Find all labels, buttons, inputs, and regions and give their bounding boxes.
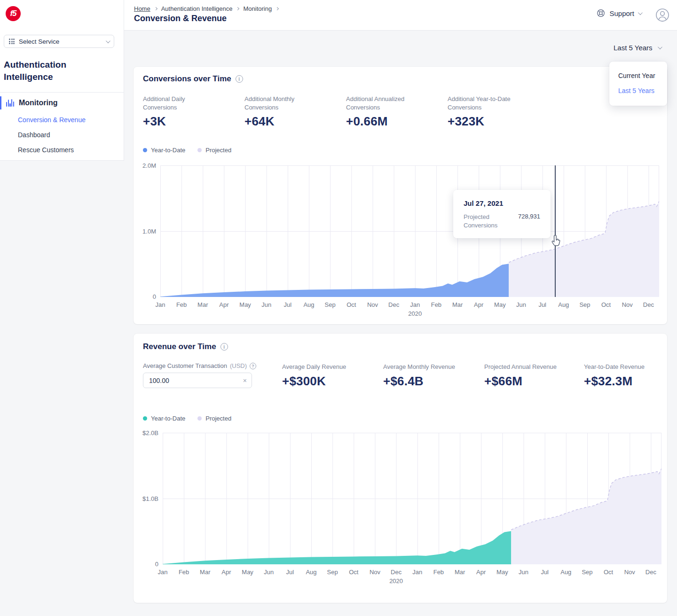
- x-axis-label: May: [237, 569, 258, 576]
- revenue-chart: $2.0B $1.0B 0 JanFebMarAprMayJunJulAugSe…: [163, 433, 661, 564]
- user-avatar[interactable]: [655, 8, 669, 22]
- x-axis-label: Apr: [471, 569, 491, 576]
- conversions-card-title: Conversions over Time: [143, 74, 231, 84]
- stat-average-daily-revenue: Average Daily Revenue+$300K: [282, 363, 346, 389]
- x-axis-label: Nov: [362, 301, 383, 308]
- x-axis-label: May: [492, 569, 512, 576]
- transaction-input-field[interactable]: [143, 377, 233, 384]
- chart-tooltip: Jul 27, 2021 ProjectedConversions 728,93…: [453, 190, 551, 238]
- tooltip-date: Jul 27, 2021: [464, 199, 540, 207]
- revenue-legend: Year-to-Date Projected: [143, 415, 231, 422]
- conversions-chart: 2.0M 1.0M 0 Jul 27, 2021 ProjectedConver…: [160, 165, 659, 297]
- x-axis-label: May: [489, 301, 510, 308]
- app-root: f5 Select Service Authentication Intelli…: [0, 0, 677, 616]
- x-axis-label: Jun: [513, 569, 534, 576]
- stat-ytd-revenue: Year-to-Date Revenue+$32.3M: [584, 363, 645, 389]
- time-range-menu: Current Year Last 5 Years: [609, 62, 667, 106]
- x-axis-label: Jan: [405, 301, 425, 308]
- f5-logo-text: f5: [10, 9, 16, 18]
- stat-additional-daily-conversions: Additional DailyConversions +3K: [143, 95, 244, 129]
- user-icon: [655, 8, 669, 22]
- y-axis-label: 2.0M: [132, 162, 156, 169]
- stat-value: +0.66M: [346, 114, 448, 129]
- series-year-to-date: [160, 264, 509, 297]
- x-axis-label: Dec: [638, 301, 659, 308]
- stat-average-monthly-revenue: Average Monthly Revenue+$6.4B: [383, 363, 455, 389]
- time-range-option-last-5-years[interactable]: Last 5 Years: [609, 83, 667, 98]
- sidebar: f5 Select Service Authentication Intelli…: [0, 0, 124, 161]
- breadcrumb: Home Authentication Intelligence Monitor…: [134, 5, 278, 12]
- x-axis-label: Mar: [192, 301, 213, 308]
- sidebar-item-dashboard[interactable]: Dashboard: [18, 131, 86, 140]
- series-year-to-date: [163, 531, 511, 564]
- x-axis-label: Jul: [280, 569, 300, 576]
- conversions-legend: Year-to-Date Projected: [143, 147, 231, 154]
- x-axis-label: Oct: [596, 301, 616, 308]
- stat-additional-annualized-conversions: Additional AnnualizedConversions +0.66M: [346, 95, 448, 129]
- info-icon[interactable]: i: [220, 343, 228, 351]
- x-axis-label: Sep: [575, 301, 595, 308]
- time-range-selected: Last 5 Years: [614, 44, 653, 52]
- x-axis-label: Feb: [428, 569, 449, 576]
- chart-hover-line: [555, 165, 556, 297]
- legend-year-to-date[interactable]: Year-to-Date: [143, 147, 185, 154]
- breadcrumb-monitoring[interactable]: Monitoring: [243, 5, 272, 12]
- life-ring-icon: [596, 8, 606, 18]
- y-axis-label: $1.0B: [134, 495, 158, 502]
- clear-input-icon[interactable]: ×: [243, 377, 247, 384]
- sidebar-item-monitoring[interactable]: Monitoring: [0, 96, 124, 110]
- time-range-dropdown[interactable]: Last 5 Years: [614, 44, 661, 52]
- x-axis-label: Feb: [426, 301, 447, 308]
- chevron-down-icon: [658, 45, 662, 49]
- chevron-down-icon: [638, 10, 643, 15]
- x-axis-label: Jul: [532, 301, 553, 308]
- info-icon[interactable]: i: [236, 75, 243, 83]
- support-menu[interactable]: Support: [596, 8, 641, 18]
- chevron-right-icon: [276, 7, 279, 10]
- help-icon[interactable]: ?: [250, 363, 256, 369]
- stat-value: +323K: [448, 114, 549, 129]
- y-axis-label: 1.0M: [132, 228, 156, 235]
- page-title: Conversion & Revenue: [134, 14, 227, 23]
- x-axis-label: Mar: [195, 569, 215, 576]
- breadcrumb-authentication-intelligence[interactable]: Authentication Intelligence: [161, 5, 233, 12]
- x-axis-label: Sep: [322, 569, 343, 576]
- transaction-input: ×: [143, 373, 252, 388]
- legend-dot: [143, 148, 147, 152]
- x-axis-label: Feb: [171, 301, 192, 308]
- apps-grid-icon: [9, 39, 15, 44]
- x-axis-label: Mar: [449, 569, 470, 576]
- revenue-x-axis: JanFebMarAprMayJunJulAugSepOctNovDecJanF…: [163, 569, 661, 587]
- revenue-card-title: Revenue over Time: [143, 342, 216, 351]
- monitoring-label: Monitoring: [19, 99, 58, 107]
- revenue-plot[interactable]: [163, 433, 661, 565]
- x-axis-label: Oct: [598, 569, 619, 576]
- sidebar-divider: [0, 92, 124, 93]
- legend-projected[interactable]: Projected: [197, 147, 231, 154]
- conversions-stats: Additional DailyConversions +3K Addition…: [143, 95, 549, 129]
- revenue-card: Revenue over Time i Average Customer Tra…: [134, 334, 667, 603]
- time-range-option-current-year[interactable]: Current Year: [609, 68, 667, 83]
- sidebar-item-conversion-revenue[interactable]: Conversion & Revenue: [18, 116, 86, 125]
- stat-additional-monthly-conversions: Additional MonthlyConversions +64K: [244, 95, 346, 129]
- legend-dot: [143, 416, 147, 421]
- sidebar-item-rescue-customers[interactable]: Rescue Customers: [18, 146, 86, 155]
- stat-value: +64K: [244, 114, 346, 129]
- conversions-plot[interactable]: [160, 165, 659, 297]
- x-axis-label: Sep: [320, 301, 340, 308]
- legend-year-to-date[interactable]: Year-to-Date: [143, 415, 185, 422]
- top-bar: Home Authentication Intelligence Monitor…: [124, 0, 677, 31]
- x-axis-label: Nov: [617, 301, 638, 308]
- x-axis-label: Jul: [277, 301, 298, 308]
- legend-projected[interactable]: Projected: [197, 415, 231, 422]
- f5-logo[interactable]: f5: [6, 6, 21, 21]
- x-axis-label: Mar: [447, 301, 468, 308]
- breadcrumb-home[interactable]: Home: [134, 5, 150, 12]
- select-service-dropdown[interactable]: Select Service: [4, 35, 114, 48]
- x-axis-label: Jun: [511, 301, 532, 308]
- x-axis-label: May: [235, 301, 256, 308]
- x-axis-label: Jun: [259, 569, 279, 576]
- x-axis-label: Aug: [556, 569, 576, 576]
- y-axis-label: $2.0B: [134, 429, 158, 437]
- select-service-label: Select Service: [19, 38, 102, 45]
